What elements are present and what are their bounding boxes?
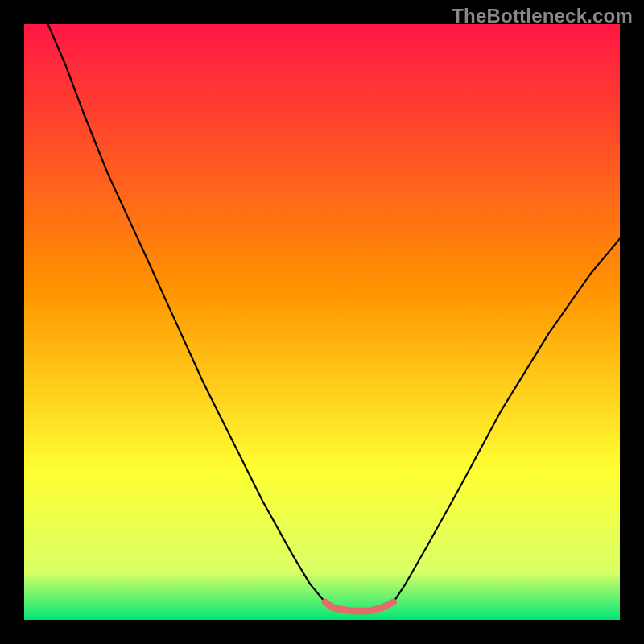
watermark-text: TheBottleneck.com [452,5,633,27]
chart-svg [0,0,644,644]
chart-container: { "watermark": "TheBottleneck.com", "col… [0,0,644,644]
plot-background [24,24,620,620]
